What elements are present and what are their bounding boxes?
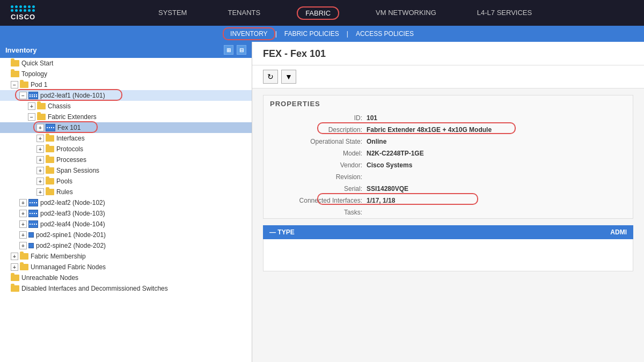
tree-pod2-spine2[interactable]: + pod2-spine2 (Node-202) — [0, 240, 252, 251]
tree-fabric-extenders[interactable]: − Fabric Extenders — [0, 112, 252, 122]
properties-box: PROPERTIES ID: 101 Description: Fabric E… — [263, 95, 633, 219]
tree-label: Disabled Interfaces and Decommissioned S… — [21, 285, 168, 292]
prop-row-vendor: Vendor: Cisco Systems — [264, 159, 633, 171]
nav-tenants[interactable]: TENANTS — [223, 6, 265, 20]
expand-icon[interactable]: + — [36, 124, 44, 131]
expand-icon[interactable]: − — [28, 113, 35, 121]
folder-icon — [46, 167, 54, 174]
tree-topology[interactable]: Topology — [0, 69, 252, 79]
expand-icon[interactable]: + — [36, 135, 44, 142]
expand-icon[interactable]: − — [11, 81, 18, 88]
top-nav: CISCO SYSTEM TENANTS FABRIC VM NETWORKIN… — [0, 0, 644, 26]
node-icon — [46, 124, 55, 131]
cisco-logo-dots — [11, 5, 35, 12]
tree-unmanaged-nodes[interactable]: + Unmanaged Fabric Nodes — [0, 262, 252, 272]
tree-label: Unreachable Nodes — [21, 274, 78, 282]
prop-label-opstate: Operational State: — [270, 138, 367, 145]
subnav-inventory[interactable]: INVENTORY — [223, 27, 275, 40]
spine-icon — [28, 232, 34, 238]
sidebar: Inventory ⊞ ⊟ Quick Start Topology − — [0, 42, 252, 362]
sidebar-title: Inventory — [5, 46, 37, 54]
folder-icon — [20, 82, 28, 88]
tree-disabled-interfaces[interactable]: Disabled Interfaces and Decommissioned S… — [0, 283, 252, 294]
nav-l4l7[interactable]: L4-L7 SERVICES — [473, 6, 536, 20]
cisco-logo: CISCO — [0, 5, 46, 21]
tree-label: pod2-spine1 (Node-201) — [36, 231, 106, 239]
tree-chassis[interactable]: + Chassis — [0, 101, 252, 112]
table-col-type: — TYPE — [269, 228, 584, 236]
prop-row-tasks: Tasks: — [264, 206, 633, 218]
tree-pod2-leaf3[interactable]: + pod2-leaf3 (Node-103) — [0, 208, 252, 219]
tree-label: pod2-leaf4 (Node-104) — [40, 220, 105, 228]
expand-icon[interactable]: − — [19, 92, 27, 99]
content-toolbar: ↻ ▼ — [252, 65, 644, 88]
nav-fabric[interactable]: FABRIC — [297, 6, 339, 20]
nav-system[interactable]: SYSTEM — [154, 6, 191, 20]
tree-label: pod2-spine2 (Node-202) — [36, 242, 106, 249]
expand-icon[interactable]: + — [36, 145, 44, 153]
tree-pod2-leaf4[interactable]: + pod2-leaf4 (Node-104) — [0, 219, 252, 230]
table-header: — TYPE ADMI — [263, 225, 633, 239]
folder-icon — [11, 275, 19, 281]
subnav-fabric-policies[interactable]: FABRIC POLICIES — [277, 27, 347, 40]
prop-value-vendor: Cisco Systems — [367, 161, 412, 169]
expand-icon[interactable]: + — [19, 231, 27, 239]
folder-icon — [46, 157, 54, 163]
expand-icon[interactable]: + — [36, 156, 44, 164]
tree-fabric-membership[interactable]: + Fabric Membership — [0, 251, 252, 262]
prop-label-revision: Revision: — [270, 173, 367, 181]
expand-icon[interactable]: + — [11, 253, 18, 260]
expand-icon[interactable]: + — [36, 167, 44, 174]
tree-unreachable-nodes[interactable]: Unreachable Nodes — [0, 272, 252, 283]
tree-span-sessions[interactable]: + Span Sessions — [0, 165, 252, 176]
sidebar-icon-grid[interactable]: ⊞ — [224, 45, 233, 55]
expand-icon[interactable]: + — [19, 210, 27, 217]
tree-label: pod2-leaf3 (Node-103) — [40, 210, 105, 217]
sidebar-icon-config[interactable]: ⊟ — [237, 45, 246, 55]
sidebar-header-icons: ⊞ ⊟ — [224, 45, 246, 55]
properties-title: PROPERTIES — [264, 95, 633, 112]
node-icon — [28, 210, 38, 217]
tree-pod2-leaf1[interactable]: − pod2-leaf1 (Node-101) — [0, 90, 252, 101]
expand-icon[interactable]: + — [36, 188, 44, 196]
tree-label: Pools — [56, 178, 72, 185]
expand-icon[interactable]: + — [19, 242, 27, 249]
prop-row-revision: Revision: — [264, 171, 633, 183]
tree-pools[interactable]: + Pools — [0, 176, 252, 187]
tree-label: Chassis — [48, 102, 71, 110]
tree-fex101[interactable]: + Fex 101 — [0, 122, 252, 133]
prop-label-description: Description: — [270, 126, 367, 134]
tree-pod2-leaf2[interactable]: + pod2-leaf2 (Node-102) — [0, 197, 252, 208]
nav-vm-networking[interactable]: VM NETWORKING — [371, 6, 441, 20]
expand-icon[interactable]: + — [19, 199, 27, 206]
refresh-button[interactable]: ↻ — [263, 70, 278, 84]
folder-icon — [20, 253, 28, 260]
tree-interfaces[interactable]: + Interfaces — [0, 133, 252, 144]
sub-nav: INVENTORY | FABRIC POLICIES | ACCESS POL… — [0, 26, 644, 42]
tree-quick-start[interactable]: Quick Start — [0, 58, 252, 69]
folder-icon — [46, 189, 54, 195]
tree-label: Topology — [21, 70, 47, 78]
table-col-admi: ADMI — [584, 228, 627, 236]
prop-value-description: Fabric Extender 48x1GE + 4x10G Module — [367, 126, 492, 134]
sidebar-header: Inventory ⊞ ⊟ — [0, 42, 252, 58]
expand-icon[interactable]: + — [19, 220, 27, 228]
prop-row-model: Model: N2K-C2248TP-1GE — [264, 147, 633, 159]
download-button[interactable]: ▼ — [281, 70, 296, 84]
main-layout: Inventory ⊞ ⊟ Quick Start Topology − — [0, 42, 644, 362]
expand-icon[interactable]: + — [36, 178, 44, 185]
tree-protocols[interactable]: + Protocols — [0, 144, 252, 154]
tree-label: Rules — [56, 188, 73, 196]
prop-value-model: N2K-C2248TP-1GE — [367, 150, 424, 157]
tree-processes[interactable]: + Processes — [0, 154, 252, 165]
subnav-access-policies[interactable]: ACCESS POLICIES — [348, 27, 421, 40]
tree-rules[interactable]: + Rules — [0, 187, 252, 197]
expand-icon[interactable]: + — [11, 263, 18, 271]
expand-icon[interactable]: + — [28, 102, 35, 110]
prop-label-tasks: Tasks: — [270, 209, 367, 216]
tree-pod2-spine1[interactable]: + pod2-spine1 (Node-201) — [0, 230, 252, 240]
tree-label: Fabric Extenders — [48, 113, 97, 121]
tree-pod1[interactable]: − Pod 1 — [0, 79, 252, 90]
tree-label: Processes — [56, 156, 86, 164]
folder-icon — [20, 264, 28, 270]
